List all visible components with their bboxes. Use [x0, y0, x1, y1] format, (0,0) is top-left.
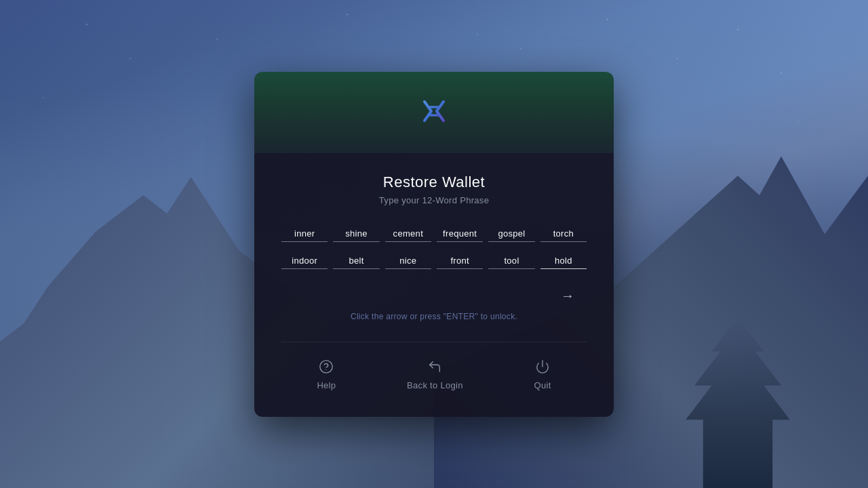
- modal-title: Restore Wallet: [281, 174, 587, 191]
- word-field-1: [281, 226, 328, 242]
- word-field-8: [333, 253, 379, 269]
- word-input-1[interactable]: [281, 226, 328, 242]
- modal-subtitle: Type your 12-Word Phrase: [281, 195, 587, 205]
- arrow-row: →: [281, 285, 587, 306]
- arrow-icon: →: [561, 288, 574, 304]
- quit-label: Quit: [534, 380, 551, 390]
- bottom-actions: Help Back to Login: [281, 356, 587, 393]
- help-circle-icon: [318, 359, 334, 375]
- word-field-2: [333, 226, 379, 242]
- help-button[interactable]: Help: [306, 356, 347, 393]
- word-input-6[interactable]: [540, 226, 587, 242]
- word-input-2[interactable]: [333, 226, 379, 242]
- word-input-11[interactable]: [488, 253, 534, 269]
- word-field-4: [437, 226, 483, 242]
- word-field-12: [540, 253, 587, 269]
- word-input-8[interactable]: [333, 253, 379, 269]
- modal-body: Restore Wallet Type your 12-Word Phrase: [254, 153, 614, 417]
- back-icon: [427, 359, 443, 375]
- page-center: Restore Wallet Type your 12-Word Phrase: [0, 0, 868, 488]
- word-field-11: [488, 253, 534, 269]
- restore-wallet-modal: Restore Wallet Type your 12-Word Phrase: [254, 72, 614, 417]
- back-to-login-button[interactable]: Back to Login: [396, 356, 474, 393]
- word-input-9[interactable]: [385, 253, 431, 269]
- word-input-3[interactable]: [385, 226, 431, 242]
- word-input-10[interactable]: [437, 253, 483, 269]
- word-input-5[interactable]: [488, 226, 534, 242]
- app-logo: [415, 92, 453, 130]
- word-input-4[interactable]: [437, 226, 483, 242]
- submit-arrow-button[interactable]: →: [555, 285, 580, 306]
- word-field-6: [540, 226, 587, 242]
- divider: [281, 342, 587, 342]
- word-field-3: [385, 226, 431, 242]
- word-field-5: [488, 226, 534, 242]
- word-input-7[interactable]: [281, 253, 328, 269]
- word-input-12[interactable]: [540, 253, 587, 269]
- modal-header: [254, 72, 614, 153]
- word-field-9: [385, 253, 431, 269]
- svg-point-0: [320, 360, 332, 372]
- hint-text: Click the arrow or press "ENTER" to unlo…: [281, 312, 587, 321]
- word-field-10: [437, 253, 483, 269]
- words-grid: [281, 226, 587, 269]
- quit-button[interactable]: Quit: [524, 356, 562, 393]
- help-label: Help: [317, 380, 336, 390]
- power-icon: [534, 359, 551, 375]
- logo-container: [415, 92, 453, 133]
- word-field-7: [281, 253, 328, 269]
- back-to-login-label: Back to Login: [407, 380, 463, 390]
